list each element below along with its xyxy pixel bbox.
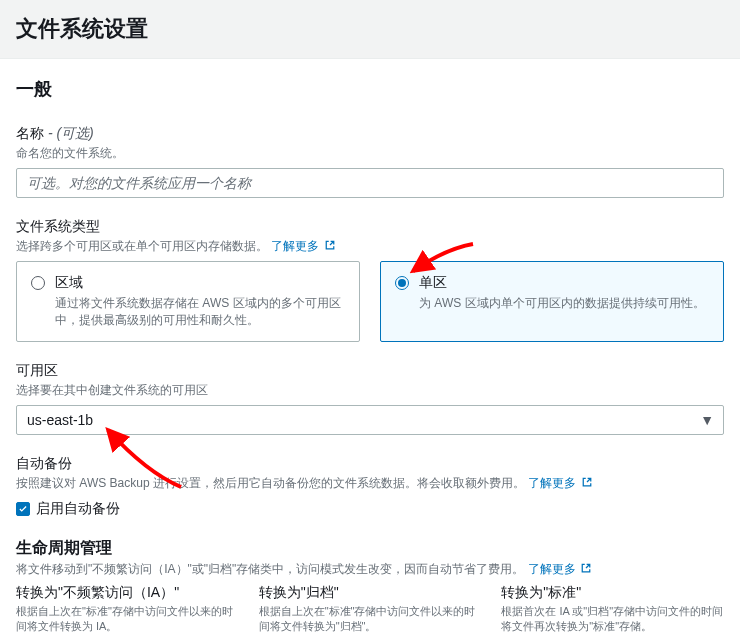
checkmark-icon — [18, 504, 28, 514]
name-label: 名称 - (可选) — [16, 125, 724, 143]
external-link-icon — [582, 476, 592, 490]
section-general-title: 一般 — [16, 77, 724, 101]
field-az: 可用区 选择要在其中创建文件系统的可用区 us-east-1b ▼ — [16, 362, 724, 435]
archive-hint: 根据自上次在"标准"存储中访问文件以来的时间将文件转换为"归档"。 — [259, 604, 482, 634]
az-select[interactable]: us-east-1b — [16, 405, 724, 435]
ia-label: 转换为"不频繁访问（IA）" — [16, 584, 239, 602]
lifecycle-learn-more-link[interactable]: 了解更多 — [528, 562, 591, 576]
backup-checkbox-label: 启用自动备份 — [36, 500, 120, 518]
az-label: 可用区 — [16, 362, 724, 380]
radio-one-zone[interactable]: 单区 为 AWS 区域内单个可用区内的数据提供持续可用性。 — [380, 261, 724, 342]
radio-icon — [31, 276, 45, 290]
backup-label: 自动备份 — [16, 455, 724, 473]
standard-hint: 根据首次在 IA 或"归档"存储中访问文件的时间将文件再次转换为"标准"存储。 — [501, 604, 724, 634]
lifecycle-col-standard: 转换为"标准" 根据首次在 IA 或"归档"存储中访问文件的时间将文件再次转换为… — [501, 584, 724, 634]
archive-label: 转换为"归档" — [259, 584, 482, 602]
name-input[interactable] — [16, 168, 724, 198]
external-link-icon — [581, 562, 591, 576]
fs-type-label: 文件系统类型 — [16, 218, 724, 236]
radio-regional-desc: 通过将文件系统数据存储在 AWS 区域内的多个可用区中，提供最高级别的可用性和耐… — [55, 295, 345, 329]
field-name: 名称 - (可选) 命名您的文件系统。 — [16, 125, 724, 198]
backup-learn-more-link[interactable]: 了解更多 — [528, 476, 591, 490]
standard-label: 转换为"标准" — [501, 584, 724, 602]
ia-hint: 根据自上次在"标准"存储中访问文件以来的时间将文件转换为 IA。 — [16, 604, 239, 634]
field-lifecycle: 生命周期管理 将文件移动到"不频繁访问（IA）"或"归档"存储类中，访问模式发生… — [16, 538, 724, 634]
lifecycle-col-archive: 转换为"归档" 根据自上次在"标准"存储中访问文件以来的时间将文件转换为"归档"… — [259, 584, 482, 634]
lifecycle-col-ia: 转换为"不频繁访问（IA）" 根据自上次在"标准"存储中访问文件以来的时间将文件… — [16, 584, 239, 634]
field-backup: 自动备份 按照建议对 AWS Backup 进行设置，然后用它自动备份您的文件系… — [16, 455, 724, 518]
az-hint: 选择要在其中创建文件系统的可用区 — [16, 382, 724, 399]
lifecycle-hint: 将文件移动到"不频繁访问（IA）"或"归档"存储类中，访问模式发生改变，因而自动… — [16, 561, 724, 578]
backup-hint: 按照建议对 AWS Backup 进行设置，然后用它自动备份您的文件系统数据。将… — [16, 475, 724, 492]
backup-checkbox[interactable] — [16, 502, 30, 516]
radio-one-zone-title: 单区 — [419, 274, 705, 292]
page-title: 文件系统设置 — [16, 14, 724, 44]
fs-type-learn-more-link[interactable]: 了解更多 — [271, 239, 334, 253]
name-hint: 命名您的文件系统。 — [16, 145, 724, 162]
lifecycle-title: 生命周期管理 — [16, 538, 724, 559]
radio-one-zone-desc: 为 AWS 区域内单个可用区内的数据提供持续可用性。 — [419, 295, 705, 312]
external-link-icon — [325, 239, 335, 253]
radio-icon — [395, 276, 409, 290]
radio-regional-title: 区域 — [55, 274, 345, 292]
fs-type-hint: 选择跨多个可用区或在单个可用区内存储数据。 了解更多 — [16, 238, 724, 255]
radio-regional[interactable]: 区域 通过将文件系统数据存储在 AWS 区域内的多个可用区中，提供最高级别的可用… — [16, 261, 360, 342]
field-fs-type: 文件系统类型 选择跨多个可用区或在单个可用区内存储数据。 了解更多 区域 通过将… — [16, 218, 724, 342]
